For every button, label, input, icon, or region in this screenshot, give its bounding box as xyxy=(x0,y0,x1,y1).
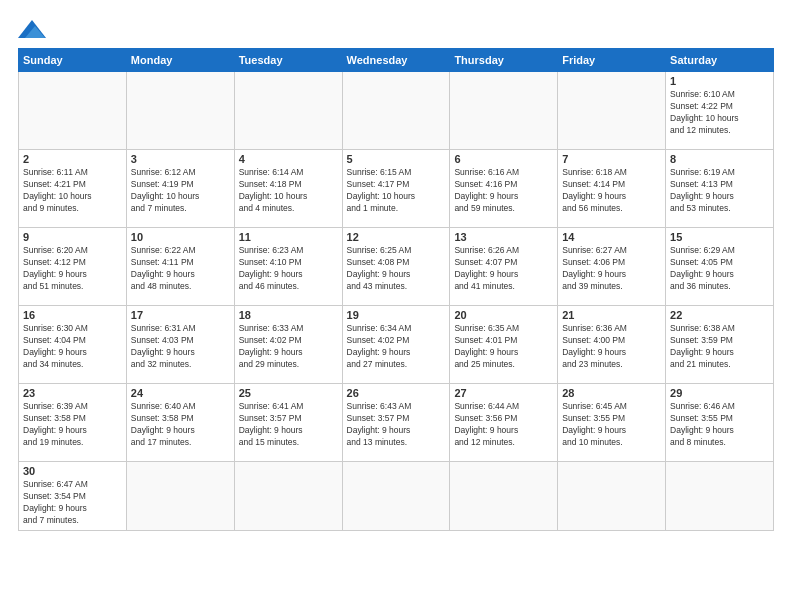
day-number: 17 xyxy=(131,309,230,321)
day-info: Sunrise: 6:18 AM Sunset: 4:14 PM Dayligh… xyxy=(562,167,661,215)
calendar-cell: 10Sunrise: 6:22 AM Sunset: 4:11 PM Dayli… xyxy=(126,228,234,306)
day-info: Sunrise: 6:41 AM Sunset: 3:57 PM Dayligh… xyxy=(239,401,338,449)
calendar-cell xyxy=(342,72,450,150)
weekday-header-friday: Friday xyxy=(558,49,666,72)
day-info: Sunrise: 6:36 AM Sunset: 4:00 PM Dayligh… xyxy=(562,323,661,371)
calendar-cell xyxy=(126,72,234,150)
logo-icon xyxy=(18,20,46,38)
day-number: 22 xyxy=(670,309,769,321)
day-info: Sunrise: 6:16 AM Sunset: 4:16 PM Dayligh… xyxy=(454,167,553,215)
day-number: 27 xyxy=(454,387,553,399)
day-number: 26 xyxy=(347,387,446,399)
day-number: 19 xyxy=(347,309,446,321)
day-number: 6 xyxy=(454,153,553,165)
weekday-header-thursday: Thursday xyxy=(450,49,558,72)
calendar-cell: 1Sunrise: 6:10 AM Sunset: 4:22 PM Daylig… xyxy=(666,72,774,150)
day-number: 14 xyxy=(562,231,661,243)
logo xyxy=(18,18,46,38)
calendar-cell: 3Sunrise: 6:12 AM Sunset: 4:19 PM Daylig… xyxy=(126,150,234,228)
weekday-header-row: SundayMondayTuesdayWednesdayThursdayFrid… xyxy=(19,49,774,72)
day-info: Sunrise: 6:40 AM Sunset: 3:58 PM Dayligh… xyxy=(131,401,230,449)
day-number: 5 xyxy=(347,153,446,165)
day-number: 8 xyxy=(670,153,769,165)
calendar-cell xyxy=(126,462,234,531)
day-info: Sunrise: 6:29 AM Sunset: 4:05 PM Dayligh… xyxy=(670,245,769,293)
weekday-header-monday: Monday xyxy=(126,49,234,72)
day-info: Sunrise: 6:45 AM Sunset: 3:55 PM Dayligh… xyxy=(562,401,661,449)
day-info: Sunrise: 6:11 AM Sunset: 4:21 PM Dayligh… xyxy=(23,167,122,215)
calendar-cell: 15Sunrise: 6:29 AM Sunset: 4:05 PM Dayli… xyxy=(666,228,774,306)
day-number: 7 xyxy=(562,153,661,165)
calendar-cell: 26Sunrise: 6:43 AM Sunset: 3:57 PM Dayli… xyxy=(342,384,450,462)
page: SundayMondayTuesdayWednesdayThursdayFrid… xyxy=(0,0,792,612)
day-number: 16 xyxy=(23,309,122,321)
day-info: Sunrise: 6:25 AM Sunset: 4:08 PM Dayligh… xyxy=(347,245,446,293)
week-row-6: 30Sunrise: 6:47 AM Sunset: 3:54 PM Dayli… xyxy=(19,462,774,531)
day-info: Sunrise: 6:20 AM Sunset: 4:12 PM Dayligh… xyxy=(23,245,122,293)
day-info: Sunrise: 6:34 AM Sunset: 4:02 PM Dayligh… xyxy=(347,323,446,371)
calendar-cell: 17Sunrise: 6:31 AM Sunset: 4:03 PM Dayli… xyxy=(126,306,234,384)
calendar-cell: 23Sunrise: 6:39 AM Sunset: 3:58 PM Dayli… xyxy=(19,384,127,462)
calendar-cell: 9Sunrise: 6:20 AM Sunset: 4:12 PM Daylig… xyxy=(19,228,127,306)
day-number: 15 xyxy=(670,231,769,243)
calendar-cell: 5Sunrise: 6:15 AM Sunset: 4:17 PM Daylig… xyxy=(342,150,450,228)
day-number: 18 xyxy=(239,309,338,321)
calendar-cell: 7Sunrise: 6:18 AM Sunset: 4:14 PM Daylig… xyxy=(558,150,666,228)
calendar-cell: 24Sunrise: 6:40 AM Sunset: 3:58 PM Dayli… xyxy=(126,384,234,462)
calendar-cell: 27Sunrise: 6:44 AM Sunset: 3:56 PM Dayli… xyxy=(450,384,558,462)
week-row-4: 16Sunrise: 6:30 AM Sunset: 4:04 PM Dayli… xyxy=(19,306,774,384)
calendar-cell: 22Sunrise: 6:38 AM Sunset: 3:59 PM Dayli… xyxy=(666,306,774,384)
weekday-header-sunday: Sunday xyxy=(19,49,127,72)
day-info: Sunrise: 6:23 AM Sunset: 4:10 PM Dayligh… xyxy=(239,245,338,293)
week-row-2: 2Sunrise: 6:11 AM Sunset: 4:21 PM Daylig… xyxy=(19,150,774,228)
day-info: Sunrise: 6:19 AM Sunset: 4:13 PM Dayligh… xyxy=(670,167,769,215)
calendar-cell: 13Sunrise: 6:26 AM Sunset: 4:07 PM Dayli… xyxy=(450,228,558,306)
weekday-header-tuesday: Tuesday xyxy=(234,49,342,72)
day-number: 10 xyxy=(131,231,230,243)
day-info: Sunrise: 6:38 AM Sunset: 3:59 PM Dayligh… xyxy=(670,323,769,371)
calendar-table: SundayMondayTuesdayWednesdayThursdayFrid… xyxy=(18,48,774,531)
day-info: Sunrise: 6:14 AM Sunset: 4:18 PM Dayligh… xyxy=(239,167,338,215)
weekday-header-wednesday: Wednesday xyxy=(342,49,450,72)
calendar-cell: 29Sunrise: 6:46 AM Sunset: 3:55 PM Dayli… xyxy=(666,384,774,462)
day-number: 1 xyxy=(670,75,769,87)
calendar-cell xyxy=(558,462,666,531)
calendar-cell: 20Sunrise: 6:35 AM Sunset: 4:01 PM Dayli… xyxy=(450,306,558,384)
day-number: 11 xyxy=(239,231,338,243)
day-info: Sunrise: 6:44 AM Sunset: 3:56 PM Dayligh… xyxy=(454,401,553,449)
day-info: Sunrise: 6:30 AM Sunset: 4:04 PM Dayligh… xyxy=(23,323,122,371)
calendar-cell: 6Sunrise: 6:16 AM Sunset: 4:16 PM Daylig… xyxy=(450,150,558,228)
calendar-cell: 14Sunrise: 6:27 AM Sunset: 4:06 PM Dayli… xyxy=(558,228,666,306)
day-number: 2 xyxy=(23,153,122,165)
weekday-header-saturday: Saturday xyxy=(666,49,774,72)
day-info: Sunrise: 6:39 AM Sunset: 3:58 PM Dayligh… xyxy=(23,401,122,449)
calendar-cell xyxy=(19,72,127,150)
day-info: Sunrise: 6:47 AM Sunset: 3:54 PM Dayligh… xyxy=(23,479,122,527)
day-info: Sunrise: 6:31 AM Sunset: 4:03 PM Dayligh… xyxy=(131,323,230,371)
day-number: 13 xyxy=(454,231,553,243)
calendar-cell xyxy=(234,462,342,531)
day-info: Sunrise: 6:12 AM Sunset: 4:19 PM Dayligh… xyxy=(131,167,230,215)
calendar-cell xyxy=(558,72,666,150)
day-info: Sunrise: 6:33 AM Sunset: 4:02 PM Dayligh… xyxy=(239,323,338,371)
calendar-cell: 16Sunrise: 6:30 AM Sunset: 4:04 PM Dayli… xyxy=(19,306,127,384)
calendar-cell xyxy=(342,462,450,531)
calendar-cell: 25Sunrise: 6:41 AM Sunset: 3:57 PM Dayli… xyxy=(234,384,342,462)
calendar-cell: 2Sunrise: 6:11 AM Sunset: 4:21 PM Daylig… xyxy=(19,150,127,228)
calendar-cell: 21Sunrise: 6:36 AM Sunset: 4:00 PM Dayli… xyxy=(558,306,666,384)
day-number: 9 xyxy=(23,231,122,243)
calendar-cell: 18Sunrise: 6:33 AM Sunset: 4:02 PM Dayli… xyxy=(234,306,342,384)
calendar-cell: 28Sunrise: 6:45 AM Sunset: 3:55 PM Dayli… xyxy=(558,384,666,462)
calendar-cell: 4Sunrise: 6:14 AM Sunset: 4:18 PM Daylig… xyxy=(234,150,342,228)
day-info: Sunrise: 6:26 AM Sunset: 4:07 PM Dayligh… xyxy=(454,245,553,293)
day-number: 24 xyxy=(131,387,230,399)
calendar-cell: 8Sunrise: 6:19 AM Sunset: 4:13 PM Daylig… xyxy=(666,150,774,228)
calendar-cell xyxy=(450,462,558,531)
day-number: 12 xyxy=(347,231,446,243)
week-row-3: 9Sunrise: 6:20 AM Sunset: 4:12 PM Daylig… xyxy=(19,228,774,306)
day-info: Sunrise: 6:27 AM Sunset: 4:06 PM Dayligh… xyxy=(562,245,661,293)
day-number: 25 xyxy=(239,387,338,399)
calendar-cell xyxy=(450,72,558,150)
week-row-5: 23Sunrise: 6:39 AM Sunset: 3:58 PM Dayli… xyxy=(19,384,774,462)
day-number: 3 xyxy=(131,153,230,165)
